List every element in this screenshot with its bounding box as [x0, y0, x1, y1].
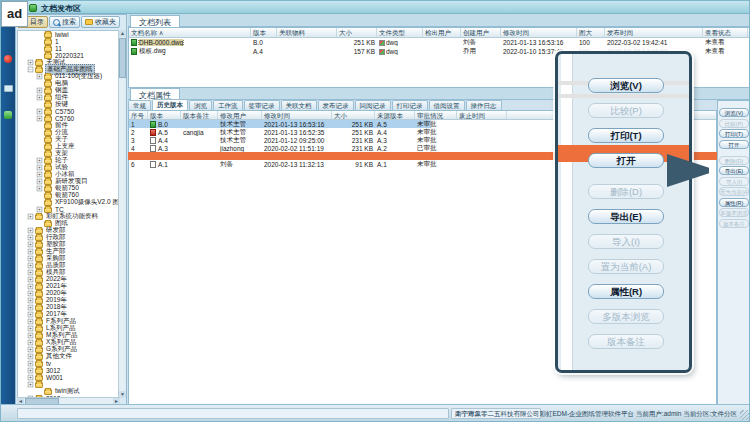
- scroll-down-icon[interactable]: ▼: [119, 391, 126, 398]
- tree-item[interactable]: +2018年: [18, 304, 119, 311]
- props-tab-发布记录[interactable]: 发布记录: [318, 100, 354, 110]
- tree-item[interactable]: twin测试: [18, 388, 119, 395]
- expand-icon[interactable]: +: [28, 361, 34, 367]
- doc-list-column-header[interactable]: 查看状态: [703, 28, 748, 37]
- action-button-置为当前(A)[interactable]: 置为当前(A): [588, 259, 664, 274]
- side-action-button-置为当前(A)[interactable]: 置为当前(A): [719, 187, 749, 196]
- action-button-多版本浏览[interactable]: 多版本浏览: [588, 309, 664, 324]
- tree-horizontal-scrollbar[interactable]: ◄ ►: [17, 397, 120, 404]
- expand-icon[interactable]: +: [37, 165, 43, 171]
- side-action-button-打开[interactable]: 打开: [719, 140, 749, 149]
- notification-icon[interactable]: [4, 55, 12, 63]
- tree-item[interactable]: +2022年: [18, 276, 119, 283]
- props-tab-回阅记录[interactable]: 回阅记录: [355, 100, 391, 110]
- history-column-header[interactable]: 版本备注: [181, 111, 218, 119]
- tree-item[interactable]: +行政部: [18, 234, 119, 241]
- props-tab-关联文档[interactable]: 关联文档: [281, 100, 317, 110]
- expand-icon[interactable]: +: [28, 270, 34, 276]
- expand-icon[interactable]: +: [37, 158, 43, 164]
- history-column-header[interactable]: 修改时间: [262, 111, 332, 119]
- tree-item[interactable]: +其他文件: [18, 353, 119, 360]
- expand-icon[interactable]: +: [28, 347, 34, 353]
- side-action-button-多版本浏览[interactable]: 多版本浏览: [719, 208, 749, 217]
- action-button-打印(T)[interactable]: 打印(T): [588, 128, 664, 143]
- side-action-button-删除(D)[interactable]: 删除(D): [719, 156, 749, 165]
- props-tab-历史版本[interactable]: 历史版本: [152, 99, 188, 110]
- tree-item[interactable]: +tv: [18, 360, 119, 367]
- sidebar-tab-搜索[interactable]: 搜索: [49, 16, 80, 28]
- action-button-打开[interactable]: 打开: [588, 153, 664, 168]
- doc-list-column-header[interactable]: 修改时间: [501, 28, 577, 37]
- props-tab-操作日志[interactable]: 操作日志: [466, 100, 502, 110]
- doc-list-column-header[interactable]: 发布时间: [605, 28, 703, 37]
- tree-item[interactable]: 20220321: [18, 52, 119, 59]
- doc-list-column-header[interactable]: 创建用户: [461, 28, 501, 37]
- expand-icon[interactable]: +: [28, 382, 34, 388]
- doc-list-column-header[interactable]: 检出用户: [423, 28, 461, 37]
- expand-icon[interactable]: +: [28, 284, 34, 290]
- collapse-icon[interactable]: −: [28, 67, 34, 73]
- folder-shortcut-icon[interactable]: [4, 85, 13, 92]
- doc-list-column-header[interactable]: 关联物料: [277, 28, 337, 37]
- tree-item[interactable]: 1: [18, 38, 119, 45]
- status-icon[interactable]: [4, 111, 12, 119]
- doc-list-column-header[interactable]: 文件类型: [377, 28, 423, 37]
- action-button-导出(E)[interactable]: 导出(E): [588, 209, 664, 224]
- expand-icon[interactable]: +: [37, 109, 43, 115]
- table-row[interactable]: DHB-0000.dwgB.0251 KBdwg刘备2021-01-13 16:…: [129, 38, 750, 47]
- props-tab-借阅设置[interactable]: 借阅设置: [429, 100, 465, 110]
- history-column-header[interactable]: 来源版本: [375, 111, 415, 119]
- expand-icon[interactable]: +: [37, 116, 43, 122]
- expand-icon[interactable]: +: [28, 375, 34, 381]
- history-column-header[interactable]: 版本: [148, 111, 181, 119]
- expand-icon[interactable]: +: [28, 277, 34, 283]
- history-column-header[interactable]: 审批情况: [415, 111, 457, 119]
- expand-icon[interactable]: +: [28, 312, 34, 318]
- resize-grip-icon[interactable]: [740, 410, 750, 420]
- doc-list-column-header[interactable]: 版本: [251, 28, 277, 37]
- scroll-up-icon[interactable]: ▲: [119, 30, 126, 37]
- scrollbar-thumb[interactable]: [119, 38, 126, 78]
- expand-icon[interactable]: +: [37, 186, 43, 192]
- doc-list-column-header[interactable]: 大小: [337, 28, 377, 37]
- action-button-浏览(V)[interactable]: 浏览(V): [588, 78, 664, 93]
- side-action-button-浏览(V)[interactable]: 浏览(V): [719, 108, 749, 117]
- action-button-导入(I)[interactable]: 导入(I): [588, 234, 664, 249]
- expand-icon[interactable]: +: [28, 291, 34, 297]
- expand-icon[interactable]: +: [28, 249, 34, 255]
- expand-icon[interactable]: +: [28, 354, 34, 360]
- expand-icon[interactable]: +: [37, 172, 43, 178]
- tree-item[interactable]: 11: [18, 45, 119, 52]
- action-button-删除(D)[interactable]: 删除(D): [588, 184, 664, 199]
- doc-list-column-header[interactable]: 图大: [577, 28, 605, 37]
- tree-item[interactable]: 按键: [18, 101, 119, 108]
- tree-vertical-scrollbar[interactable]: ▲ ▼: [118, 30, 125, 398]
- action-button-属性(R)[interactable]: 属性(R): [588, 284, 664, 299]
- history-column-header[interactable]: 序号: [129, 111, 148, 119]
- expand-icon[interactable]: +: [28, 263, 34, 269]
- side-action-button-属性(R)[interactable]: 属性(R): [719, 198, 749, 207]
- tree-item[interactable]: +C5750: [18, 108, 119, 115]
- expand-icon[interactable]: +: [37, 179, 43, 185]
- side-action-button-导出(E)[interactable]: 导出(E): [719, 166, 749, 175]
- tree-item[interactable]: +2021年: [18, 283, 119, 290]
- tree-item[interactable]: +研发部: [18, 227, 119, 234]
- expand-icon[interactable]: +: [37, 207, 43, 213]
- tree-item[interactable]: XF9100摄像头V2.0 图纸: [18, 199, 119, 206]
- expand-icon[interactable]: +: [28, 368, 34, 374]
- expand-icon[interactable]: +: [28, 333, 34, 339]
- tree-item[interactable]: lwiwi: [18, 31, 119, 38]
- expand-icon[interactable]: +: [28, 305, 34, 311]
- props-tab-打印记录[interactable]: 打印记录: [392, 100, 428, 110]
- expand-icon[interactable]: +: [28, 235, 34, 241]
- tree-item[interactable]: +塑胶部: [18, 241, 119, 248]
- side-action-button-比较(P)[interactable]: 比较(P): [719, 119, 749, 128]
- tree-item[interactable]: +2019年: [18, 297, 119, 304]
- doc-list-column-header[interactable]: 文档名称 ∧: [129, 28, 251, 37]
- expand-icon[interactable]: +: [28, 326, 34, 332]
- tree-item[interactable]: +W001: [18, 374, 119, 381]
- tree-item[interactable]: +模具部: [18, 269, 119, 276]
- expand-icon[interactable]: +: [28, 60, 34, 66]
- props-tab-浏览[interactable]: 浏览: [189, 100, 212, 110]
- sidebar-tab-收藏夹[interactable]: 收藏夹: [81, 16, 120, 28]
